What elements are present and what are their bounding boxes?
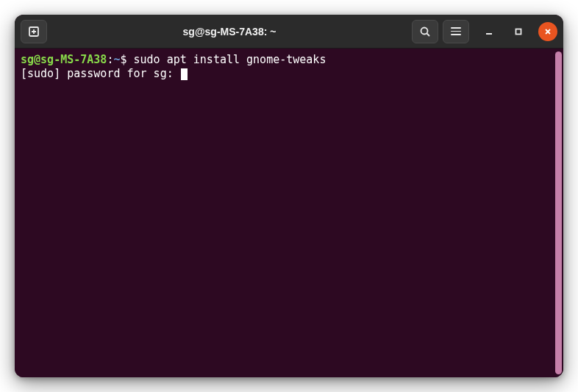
hamburger-icon bbox=[451, 27, 461, 35]
output-line: [sudo] password for sg: bbox=[21, 67, 557, 81]
prompt-symbol: $ bbox=[120, 53, 133, 66]
search-icon bbox=[419, 26, 431, 38]
titlebar-right-controls bbox=[412, 20, 557, 43]
prompt-line: sg@sg-MS-7A38:~$ sudo apt install gnome-… bbox=[21, 53, 557, 67]
new-tab-button[interactable] bbox=[21, 20, 47, 43]
close-button[interactable] bbox=[538, 22, 557, 41]
minimize-icon bbox=[485, 28, 493, 35]
search-button[interactable] bbox=[412, 20, 438, 43]
close-icon bbox=[544, 28, 552, 35]
menu-button[interactable] bbox=[443, 20, 469, 43]
new-tab-icon bbox=[28, 26, 40, 38]
svg-rect-6 bbox=[516, 29, 521, 34]
scrollbar[interactable] bbox=[555, 51, 562, 374]
titlebar: sg@sg-MS-7A38: ~ bbox=[15, 15, 563, 49]
terminal-window: sg@sg-MS-7A38: ~ bbox=[15, 15, 563, 377]
terminal-body[interactable]: sg@sg-MS-7A38:~$ sudo apt install gnome-… bbox=[15, 49, 563, 377]
command-text: sudo apt install gnome-tweaks bbox=[134, 53, 327, 66]
prompt-user-host: sg@sg-MS-7A38 bbox=[21, 53, 107, 66]
svg-line-4 bbox=[427, 33, 430, 36]
window-title: sg@sg-MS-7A38: ~ bbox=[51, 26, 407, 38]
sudo-password-prompt: [sudo] password for sg: bbox=[21, 67, 180, 80]
svg-point-3 bbox=[421, 27, 428, 34]
maximize-icon bbox=[515, 28, 522, 35]
text-cursor bbox=[181, 68, 188, 80]
maximize-button[interactable] bbox=[509, 22, 528, 41]
minimize-button[interactable] bbox=[479, 22, 499, 41]
